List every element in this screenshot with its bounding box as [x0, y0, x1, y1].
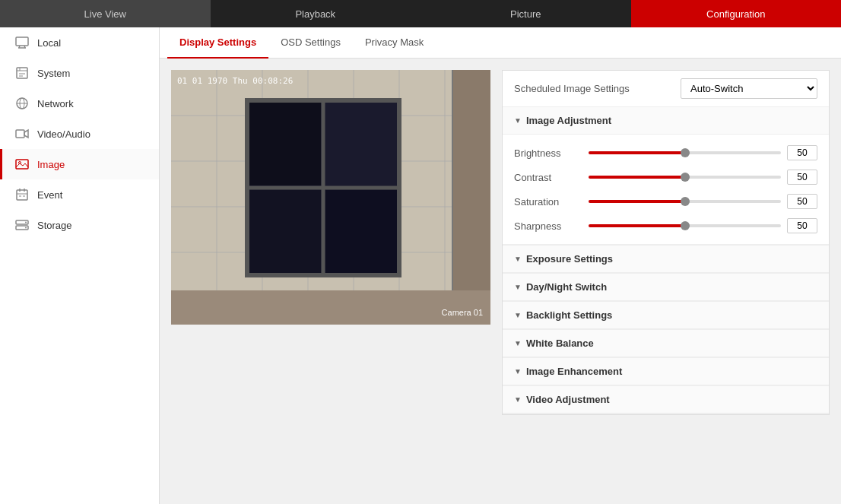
section-header-day-night[interactable]: ▼ Day/Night Switch: [503, 274, 829, 301]
scheduled-image-row: Scheduled Image Settings Auto-Switch Sch…: [503, 71, 829, 107]
sidebar-item-event[interactable]: Event: [0, 179, 159, 210]
section-label-white-balance: White Balance: [526, 338, 594, 349]
sharpness-label: Sharpness: [514, 220, 582, 232]
sidebar-label-local: Local: [37, 37, 61, 49]
nav-configuration[interactable]: Configuration: [631, 0, 842, 27]
svg-rect-4: [17, 68, 27, 78]
event-icon: [14, 187, 30, 202]
brightness-value[interactable]: [787, 145, 817, 160]
sidebar-item-storage[interactable]: Storage: [0, 210, 159, 240]
sharpness-fill: [589, 224, 685, 227]
contrast-label: Contrast: [514, 172, 582, 183]
sharpness-thumb[interactable]: [681, 221, 690, 230]
sharpness-row: Sharpness: [514, 214, 817, 238]
sidebar-item-network[interactable]: Network: [0, 88, 159, 119]
svg-rect-0: [16, 37, 28, 46]
contrast-value[interactable]: [787, 170, 817, 185]
brightness-fill: [589, 151, 685, 154]
sidebar-label-storage: Storage: [37, 220, 72, 231]
main-content: Display Settings OSD Settings Privacy Ma…: [160, 27, 841, 504]
section-header-white-balance[interactable]: ▼ White Balance: [503, 330, 829, 357]
camera-timestamp: 01 01 1970 Thu 00:08:26: [177, 76, 293, 86]
chevron-right-icon-enhancement: ▼: [514, 367, 522, 376]
svg-rect-42: [325, 103, 397, 185]
section-header-image-adjustment[interactable]: ▼ Image Adjustment: [503, 107, 829, 135]
chevron-right-icon-day-night: ▼: [514, 283, 522, 291]
sidebar-label-system: System: [37, 68, 70, 79]
chevron-right-icon-exposure: ▼: [514, 255, 522, 263]
contrast-row: Contrast: [514, 165, 817, 189]
svg-rect-43: [249, 190, 321, 273]
top-navigation: Live View Playback Picture Configuration: [0, 0, 841, 27]
tab-bar: Display Settings OSD Settings Privacy Ma…: [160, 27, 841, 59]
content-area: 01 01 1970 Thu 00:08:26 Camera 01 Schedu…: [160, 59, 841, 426]
tab-osd-settings[interactable]: OSD Settings: [268, 27, 353, 59]
saturation-slider-track[interactable]: [589, 200, 781, 203]
section-day-night: ▼ Day/Night Switch: [503, 274, 829, 302]
nav-playback[interactable]: Playback: [211, 0, 421, 27]
chevron-right-icon-backlight: ▼: [514, 311, 522, 319]
svg-point-25: [25, 227, 27, 229]
sidebar-label-network: Network: [37, 98, 74, 109]
brightness-slider-track[interactable]: [589, 151, 781, 154]
nav-live-view[interactable]: Live View: [0, 0, 211, 27]
section-label-image-enhancement: Image Enhancement: [526, 366, 622, 377]
contrast-slider-track[interactable]: [589, 176, 781, 179]
tab-display-settings[interactable]: Display Settings: [167, 27, 268, 59]
sidebar-item-image[interactable]: Image: [0, 149, 159, 179]
saturation-label: Saturation: [514, 196, 582, 208]
sidebar-item-video-audio[interactable]: Video/Audio: [0, 119, 159, 149]
section-backlight: ▼ Backlight Settings: [503, 302, 829, 330]
section-image-enhancement: ▼ Image Enhancement: [503, 358, 829, 386]
svg-rect-41: [249, 103, 321, 185]
svg-rect-14: [16, 160, 28, 169]
chevron-down-icon: ▼: [514, 116, 522, 125]
system-icon: [14, 65, 30, 81]
camera-image: 01 01 1970 Thu 00:08:26 Camera 01: [171, 70, 490, 325]
section-image-adjustment: ▼ Image Adjustment Brightness: [503, 107, 829, 246]
brightness-thumb[interactable]: [681, 148, 690, 157]
svg-rect-16: [17, 190, 27, 200]
section-header-video-adjustment[interactable]: ▼ Video Adjustment: [503, 386, 829, 414]
camera-preview: 01 01 1970 Thu 00:08:26 Camera 01: [171, 70, 490, 415]
network-icon: [14, 96, 30, 111]
sidebar-item-system[interactable]: System: [0, 58, 159, 88]
sidebar-label-event: Event: [37, 189, 62, 201]
svg-rect-45: [452, 70, 490, 325]
section-label-backlight: Backlight Settings: [526, 309, 612, 321]
camera-label: Camera 01: [442, 308, 483, 317]
section-header-exposure[interactable]: ▼ Exposure Settings: [503, 246, 829, 273]
section-exposure-settings: ▼ Exposure Settings: [503, 246, 829, 274]
sidebar-label-image: Image: [37, 159, 65, 170]
scheduled-image-select[interactable]: Auto-Switch Scheduled Manual: [681, 78, 817, 99]
sharpness-slider-track[interactable]: [589, 224, 781, 227]
saturation-value[interactable]: [787, 194, 817, 209]
section-header-backlight[interactable]: ▼ Backlight Settings: [503, 302, 829, 329]
svg-rect-12: [16, 130, 24, 138]
brightness-row: Brightness: [514, 141, 817, 165]
section-label-exposure: Exposure Settings: [526, 253, 613, 265]
section-label-video-adjustment: Video Adjustment: [526, 394, 610, 405]
settings-panel: Scheduled Image Settings Auto-Switch Sch…: [502, 70, 830, 415]
sidebar-item-local[interactable]: Local: [0, 27, 159, 58]
main-layout: Local System Net: [0, 27, 841, 504]
tab-privacy-mask[interactable]: Privacy Mask: [353, 27, 436, 59]
saturation-thumb[interactable]: [681, 197, 690, 206]
svg-rect-44: [325, 190, 397, 273]
sharpness-value[interactable]: [787, 218, 817, 233]
section-white-balance: ▼ White Balance: [503, 330, 829, 358]
sidebar-label-video-audio: Video/Audio: [37, 128, 90, 140]
section-video-adjustment: ▼ Video Adjustment: [503, 386, 829, 414]
contrast-fill: [589, 176, 685, 179]
saturation-fill: [589, 200, 685, 203]
monitor-icon: [14, 35, 30, 50]
section-header-image-enhancement[interactable]: ▼ Image Enhancement: [503, 358, 829, 385]
section-label-image-adjustment: Image Adjustment: [526, 115, 611, 126]
image-icon: [14, 157, 30, 172]
storage-icon: [14, 217, 30, 233]
section-label-day-night: Day/Night Switch: [526, 281, 607, 293]
brightness-label: Brightness: [514, 147, 582, 159]
nav-picture[interactable]: Picture: [420, 0, 631, 27]
contrast-thumb[interactable]: [681, 173, 690, 182]
scheduled-image-label: Scheduled Image Settings: [514, 83, 681, 94]
